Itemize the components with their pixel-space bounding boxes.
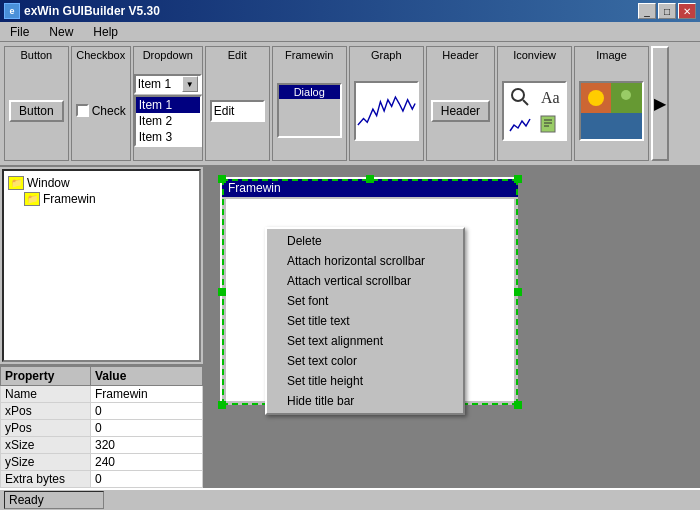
framewin-widget-title: Dialog xyxy=(279,85,340,99)
iconview-widget-area: Aa xyxy=(502,63,567,158)
toolbar-section-dropdown: Dropdown Item 1 ▼ Item 1 Item 2 Item 3 xyxy=(133,46,203,161)
framewin-widget[interactable]: Dialog xyxy=(277,83,342,138)
svg-rect-0 xyxy=(356,83,417,139)
tree-label-framewin: Framewin xyxy=(43,192,96,206)
tree-item-framewin[interactable]: 📁 Framewin xyxy=(8,191,195,207)
graph-small-icon xyxy=(509,113,531,135)
iconview-widget[interactable]: Aa xyxy=(502,81,567,141)
props-name-4: ySize xyxy=(1,454,91,471)
minimize-button[interactable]: _ xyxy=(638,3,656,19)
props-row-3: xSize320 xyxy=(1,437,203,454)
header-widget[interactable]: Header xyxy=(431,100,490,122)
dropdown-item-3[interactable]: Item 3 xyxy=(136,129,200,145)
props-name-5: Extra bytes xyxy=(1,471,91,488)
toolbar-label-button: Button xyxy=(20,49,52,61)
close-button[interactable]: ✕ xyxy=(678,3,696,19)
context-menu-item-7[interactable]: Set title height xyxy=(267,371,463,391)
props-row-0: NameFramewin xyxy=(1,386,203,403)
magnifier-icon xyxy=(509,86,531,108)
resize-handle-nw[interactable] xyxy=(218,175,226,183)
scroll-right-button[interactable]: ▶ xyxy=(651,46,669,161)
props-value-4: 240 xyxy=(91,454,203,471)
props-col-property: Property xyxy=(1,367,91,386)
props-value-0: Framewin xyxy=(91,386,203,403)
context-menu-item-0[interactable]: Delete xyxy=(267,231,463,251)
graph-widget[interactable] xyxy=(354,81,419,141)
props-name-3: xSize xyxy=(1,437,91,454)
props-row-2: yPos0 xyxy=(1,420,203,437)
menu-help[interactable]: Help xyxy=(87,23,124,41)
menu-new[interactable]: New xyxy=(43,23,79,41)
resize-handle-n[interactable] xyxy=(366,175,374,183)
context-menu-item-1[interactable]: Attach horizontal scrollbar xyxy=(267,251,463,271)
canvas-area: Framewin http://www.csdn.net/ DeleteAtta… xyxy=(205,167,700,488)
props-row-5: Extra bytes0 xyxy=(1,471,203,488)
edit-widget[interactable]: Edit xyxy=(210,100,265,122)
note-icon xyxy=(538,113,560,135)
resize-handle-e[interactable] xyxy=(514,288,522,296)
edit-widget-area: Edit xyxy=(210,63,265,158)
checkbox-widget[interactable]: Check xyxy=(76,104,126,118)
button-widget-area: Button xyxy=(9,63,64,158)
props-name-1: xPos xyxy=(1,403,91,420)
text-icon: Aa xyxy=(538,86,560,108)
props-col-value: Value xyxy=(91,367,203,386)
context-menu-item-8[interactable]: Hide title bar xyxy=(267,391,463,411)
toolbar-section-graph: Graph xyxy=(349,46,424,161)
status-panel: Ready xyxy=(4,491,104,509)
resize-handle-se[interactable] xyxy=(514,401,522,409)
props-row-1: xPos0 xyxy=(1,403,203,420)
dropdown-combo[interactable]: Item 1 ▼ xyxy=(134,74,202,94)
image-widget[interactable] xyxy=(579,81,644,141)
tree-item-window[interactable]: 📁 Window xyxy=(8,175,195,191)
image-preview-svg xyxy=(581,83,644,141)
context-menu-item-5[interactable]: Set text alignment xyxy=(267,331,463,351)
app-title: exWin GUIBuilder V5.30 xyxy=(24,4,160,18)
toolbar-label-checkbox: Checkbox xyxy=(76,49,125,61)
resize-handle-ne[interactable] xyxy=(514,175,522,183)
iconview-item-4 xyxy=(536,112,564,137)
context-menu-item-3[interactable]: Set font xyxy=(267,291,463,311)
context-menu: DeleteAttach horizontal scrollbarAttach … xyxy=(265,227,465,415)
resize-handle-sw[interactable] xyxy=(218,401,226,409)
iconview-item-1 xyxy=(506,85,534,110)
dropdown-arrow-icon[interactable]: ▼ xyxy=(182,76,198,92)
dropdown-item-1[interactable]: Item 1 xyxy=(136,97,200,113)
toolbar-label-dropdown: Dropdown xyxy=(143,49,193,61)
toolbar-section-edit: Edit Edit xyxy=(205,46,270,161)
left-panel: 📁 Window 📁 Framewin Property Value NameF… xyxy=(0,167,205,488)
context-menu-item-4[interactable]: Set title text xyxy=(267,311,463,331)
status-bar: Ready xyxy=(0,488,700,510)
header-widget-area: Header xyxy=(431,63,490,158)
folder-icon-window: 📁 xyxy=(8,176,24,190)
toolbar-label-iconview: Iconview xyxy=(513,49,556,61)
props-row-4: ySize240 xyxy=(1,454,203,471)
properties-table: Property Value NameFramewinxPos0yPos0xSi… xyxy=(0,366,203,488)
toolbar-label-edit: Edit xyxy=(228,49,247,61)
props-value-5: 0 xyxy=(91,471,203,488)
toolbar-section-checkbox: Checkbox Check xyxy=(71,46,131,161)
toolbar-section-framewin: Framewin Dialog xyxy=(272,46,347,161)
menu-file[interactable]: File xyxy=(4,23,35,41)
context-menu-item-2[interactable]: Attach vertical scrollbar xyxy=(267,271,463,291)
toolbar-section-button: Button Button xyxy=(4,46,69,161)
checkbox-box[interactable] xyxy=(76,104,89,117)
title-bar: e exWin GUIBuilder V5.30 _ □ ✕ xyxy=(0,0,700,22)
dropdown-item-2[interactable]: Item 2 xyxy=(136,113,200,129)
props-name-2: yPos xyxy=(1,420,91,437)
dropdown-list: Item 1 Item 2 Item 3 xyxy=(134,95,202,147)
props-name-0: Name xyxy=(1,386,91,403)
toolbar: Button Button Checkbox Check Dropdown It… xyxy=(0,42,700,167)
canvas-framewin-title-text: Framewin xyxy=(228,181,281,195)
context-menu-item-6[interactable]: Set text color xyxy=(267,351,463,371)
resize-handle-w[interactable] xyxy=(218,288,226,296)
svg-point-1 xyxy=(512,89,524,101)
svg-text:Aa: Aa xyxy=(541,89,560,106)
maximize-button[interactable]: □ xyxy=(658,3,676,19)
button-widget[interactable]: Button xyxy=(9,100,64,122)
properties-panel: Property Value NameFramewinxPos0yPos0xSi… xyxy=(0,364,203,488)
image-widget-area xyxy=(579,63,644,158)
title-bar-left: e exWin GUIBuilder V5.30 xyxy=(4,3,160,19)
main-area: 📁 Window 📁 Framewin Property Value NameF… xyxy=(0,167,700,488)
graph-svg xyxy=(356,83,417,139)
